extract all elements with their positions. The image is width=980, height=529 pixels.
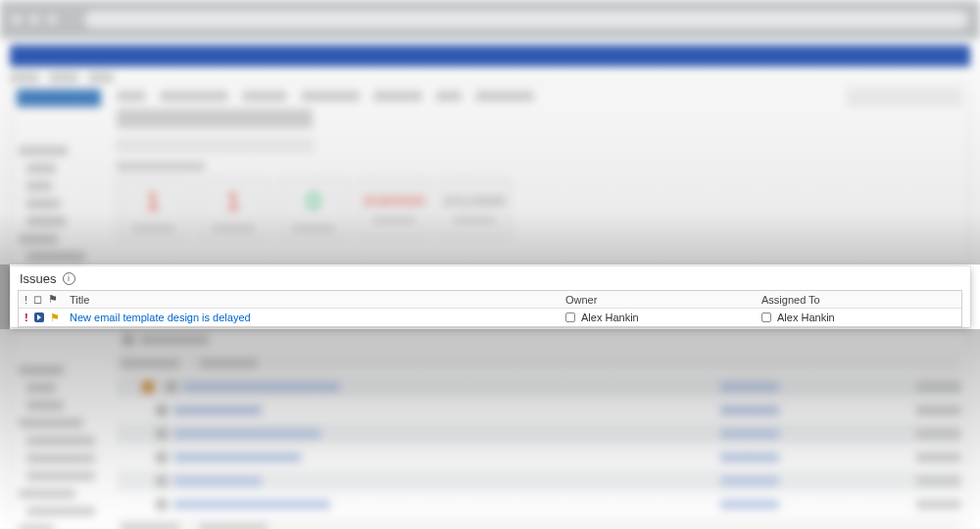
flag-icon: ⚑ <box>50 312 60 324</box>
col-flag-icon[interactable]: ⚑ <box>48 293 58 306</box>
issues-grid: ! ◻ ⚑ Title Owner Assigned To ! ⚑ New em… <box>18 290 962 327</box>
col-title-header[interactable]: Title <box>66 294 565 306</box>
issues-grid-header: ! ◻ ⚑ Title Owner Assigned To <box>19 291 961 309</box>
info-icon[interactable]: i <box>63 272 75 285</box>
overlay-shade <box>0 329 980 529</box>
assigned-name[interactable]: Alex Hankin <box>777 312 835 323</box>
issues-heading: Issues <box>20 271 57 286</box>
col-owner-header[interactable]: Owner <box>565 294 761 306</box>
col-priority-icon[interactable]: ! <box>24 294 27 306</box>
overlay-shade <box>0 264 10 329</box>
col-checkbox-icon[interactable]: ◻ <box>33 293 42 306</box>
overlay-shade <box>0 0 980 264</box>
issues-panel-header: Issues i <box>10 266 970 290</box>
owner-name[interactable]: Alex Hankin <box>581 312 639 323</box>
col-assigned-header[interactable]: Assigned To <box>761 294 961 306</box>
priority-high-icon: ! <box>24 312 28 323</box>
issue-title-link[interactable]: New email template design is delayed <box>70 312 251 323</box>
issues-panel: Issues i ! ◻ ⚑ Title Owner Assigned To !… <box>10 266 970 327</box>
person-icon <box>565 313 575 322</box>
issue-row[interactable]: ! ⚑ New email template design is delayed… <box>19 309 961 326</box>
person-icon <box>761 313 771 322</box>
status-inprogress-icon <box>34 313 44 322</box>
